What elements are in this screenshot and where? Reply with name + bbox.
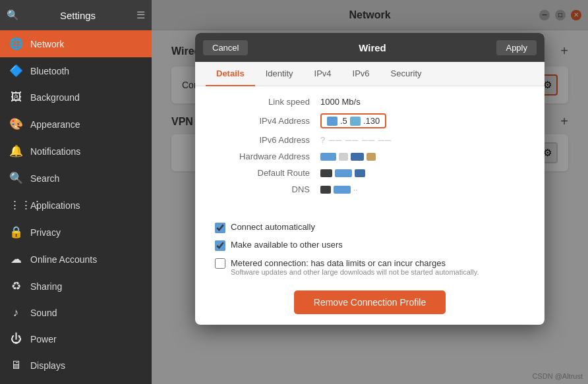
metered-checkbox[interactable] (215, 258, 225, 269)
available-users-label: Make available to other users (231, 240, 343, 250)
metered-text-group: Metered connection: has data limits or c… (231, 258, 479, 276)
sidebar-item-privacy[interactable]: 🔒Privacy (0, 219, 152, 246)
sidebar-title: Settings (26, 10, 130, 21)
metered-label: Metered connection: has data limits or c… (231, 258, 446, 268)
ipv4-row: IPv4 Address .5 .130 (215, 113, 525, 128)
tab-details[interactable]: Details (206, 62, 255, 86)
route-b2 (335, 169, 352, 177)
privacy-icon: 🔒 (9, 225, 22, 239)
hw-b2 (339, 153, 348, 161)
link-speed-value: 1000 Mb/s (320, 97, 361, 107)
hw-b1 (320, 153, 336, 161)
applications-icon: ⋮⋮⋮ (9, 198, 22, 212)
default-route-label: Default Route (215, 168, 320, 178)
ipv6-label: IPv6 Address (215, 135, 320, 145)
sidebar-item-label-power: Power (30, 334, 57, 344)
dialog-header: Cancel Wired Apply (195, 33, 544, 62)
tab-security[interactable]: Security (380, 62, 432, 86)
power-icon: ⏻ (9, 333, 22, 346)
sidebar-item-search[interactable]: 🔍Search (0, 165, 152, 192)
tab-ipv4[interactable]: IPv4 (304, 62, 342, 86)
ip-text-1: .5 (340, 116, 347, 126)
sidebar-item-bluetooth[interactable]: 🔷Bluetooth (0, 57, 152, 84)
default-route-row: Default Route (215, 168, 525, 178)
dns-row: DNS ·· (215, 184, 525, 194)
dialog-options: Connect automatically Make available to … (195, 214, 544, 276)
displays-icon: 🖥 (9, 359, 22, 372)
hw-b4 (367, 153, 376, 161)
route-b3 (355, 169, 365, 177)
dialog-title: Wired (248, 42, 496, 53)
sidebar-item-sound[interactable]: ♪Sound (0, 300, 152, 326)
sidebar-item-online-accounts[interactable]: ☁Online Accounts (0, 246, 152, 273)
online-accounts-icon: ☁ (9, 252, 22, 266)
sidebar-item-appearance[interactable]: 🎨Appearance (0, 111, 152, 138)
dialog-cancel-button[interactable]: Cancel (203, 40, 248, 55)
sidebar-item-label-background: Background (30, 92, 80, 103)
dns-b1 (320, 186, 331, 194)
dialog-overlay: Cancel Wired Apply Details Identity IPv4… (152, 0, 588, 384)
dialog-body: Link speed 1000 Mb/s IPv4 Address .5 .13… (195, 86, 544, 214)
tab-ipv6[interactable]: IPv6 (342, 62, 380, 86)
sidebar-items: 🌐Network🔷Bluetooth🖼Background🎨Appearance… (0, 30, 152, 384)
sidebar-item-label-sharing: Sharing (30, 281, 62, 292)
sidebar-item-label-notifications: Notifications (30, 146, 80, 157)
dialog-apply-button[interactable]: Apply (496, 40, 537, 55)
main-area: Network ─ □ ✕ Wired + Connected - 1000 M… (152, 0, 588, 384)
sidebar-item-sharing[interactable]: ♻Sharing (0, 273, 152, 300)
search-icon: 🔍 (9, 171, 22, 185)
sidebar: 🔍 Settings ☰ 🌐Network🔷Bluetooth🖼Backgrou… (0, 0, 152, 384)
metered-row: Metered connection: has data limits or c… (215, 258, 525, 276)
link-speed-label: Link speed (215, 97, 320, 107)
hardware-row: Hardware Address (215, 151, 525, 161)
ip-block-1 (327, 117, 338, 126)
hw-b3 (351, 153, 364, 161)
route-value (320, 169, 365, 177)
ip-block-2 (350, 117, 361, 126)
ipv4-label: IPv4 Address (215, 116, 320, 126)
sidebar-item-network[interactable]: 🌐Network (0, 30, 152, 57)
sidebar-item-label-applications: Applications (30, 200, 80, 211)
wired-dialog: Cancel Wired Apply Details Identity IPv4… (195, 33, 544, 325)
search-icon[interactable]: 🔍 (7, 9, 19, 21)
route-b1 (320, 169, 332, 177)
sidebar-item-background[interactable]: 🖼Background (0, 84, 152, 111)
ipv6-row: IPv6 Address ? ── ── ── ── (215, 135, 525, 145)
available-users-row: Make available to other users (215, 240, 525, 251)
ipv6-value: ? ── ── ── ── (320, 135, 392, 145)
background-icon: 🖼 (9, 91, 22, 104)
dialog-tabs: Details Identity IPv4 IPv6 Security (195, 62, 544, 86)
connect-auto-row: Connect automatically (215, 222, 525, 233)
network-icon: 🌐 (9, 37, 22, 51)
available-users-checkbox[interactable] (215, 240, 225, 251)
dns-value: ·· (320, 185, 358, 194)
metered-sublabel: Software updates and other large downloa… (231, 268, 479, 276)
remove-connection-button[interactable]: Remove Connection Profile (294, 290, 446, 314)
connect-auto-checkbox[interactable] (215, 223, 225, 233)
sidebar-item-notifications[interactable]: 🔔Notifications (0, 138, 152, 165)
sidebar-item-applications[interactable]: ⋮⋮⋮Applications (0, 192, 152, 219)
sidebar-item-displays[interactable]: 🖥Displays (0, 352, 152, 379)
sidebar-item-label-appearance: Appearance (30, 119, 80, 130)
ipv4-value-box: .5 .130 (320, 113, 386, 128)
appearance-icon: 🎨 (9, 117, 22, 131)
dns-b2 (334, 186, 351, 194)
sound-icon: ♪ (9, 306, 22, 319)
sidebar-item-label-search: Search (30, 173, 59, 184)
sidebar-header: 🔍 Settings ☰ (0, 0, 152, 30)
link-speed-row: Link speed 1000 Mb/s (215, 97, 525, 107)
sidebar-item-label-online-accounts: Online Accounts (30, 254, 97, 265)
tab-identity[interactable]: Identity (255, 62, 304, 86)
dialog-footer: Remove Connection Profile (195, 283, 544, 325)
sidebar-item-label-privacy: Privacy (30, 227, 61, 238)
hamburger-icon[interactable]: ☰ (136, 9, 145, 21)
sidebar-item-label-displays: Displays (30, 360, 65, 371)
sidebar-item-label-network: Network (30, 39, 64, 49)
sidebar-item-power[interactable]: ⏻Power (0, 326, 152, 352)
sharing-icon: ♻ (9, 279, 22, 293)
notifications-icon: 🔔 (9, 144, 22, 158)
sidebar-item-label-sound: Sound (30, 308, 57, 318)
hardware-label: Hardware Address (215, 151, 320, 161)
dns-label: DNS (215, 184, 320, 194)
bluetooth-icon: 🔷 (9, 64, 22, 78)
